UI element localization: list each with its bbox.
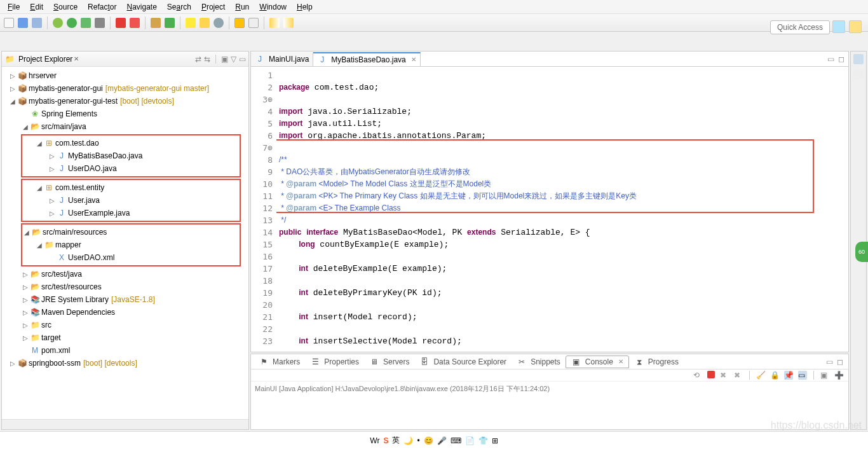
view-menu-icon[interactable]: ▽ <box>231 55 236 64</box>
search-icon[interactable] <box>214 18 224 28</box>
menu-source[interactable]: Source <box>48 1 83 13</box>
menu-help[interactable]: Help <box>292 1 318 13</box>
grid-icon[interactable]: ⊞ <box>492 436 498 445</box>
new-console-icon[interactable]: ➕ <box>834 371 843 380</box>
menu-edit[interactable]: Edit <box>25 1 48 13</box>
remove-all-icon[interactable]: ✖ <box>720 371 729 380</box>
tree-item-userexample[interactable]: UserExample.java <box>68 209 130 218</box>
tree-item-userdao[interactable]: UserDAO.java <box>68 164 117 173</box>
close-icon[interactable]: ✕ <box>618 358 623 365</box>
keyboard-icon[interactable]: ⌨ <box>451 436 461 445</box>
minimize-icon[interactable]: ▭ <box>826 357 833 366</box>
outline-icon[interactable] <box>853 54 864 64</box>
menu-file[interactable]: FFileile <box>3 1 25 13</box>
relaunch-icon[interactable] <box>130 18 140 28</box>
tab-dse[interactable]: 🗄Data Source Explorer <box>414 356 512 368</box>
perspective-java-icon[interactable] <box>832 20 845 33</box>
tasks-icon[interactable] <box>853 69 864 79</box>
menu-run[interactable]: Run <box>230 1 254 13</box>
tab-markers[interactable]: ⚑Markers <box>254 356 305 368</box>
tab-snippets[interactable]: ✂Snippets <box>512 356 566 368</box>
code-area[interactable]: package com.test.dao; import java.io.Ser… <box>276 67 848 352</box>
project-tree[interactable]: ▷📦hrserver ▷📦mybatis-generator-gui[mybat… <box>2 67 248 419</box>
tree-item-srctestres[interactable]: src/test/resources <box>41 282 102 291</box>
tree-item-hrserver[interactable]: hrserver <box>29 71 57 80</box>
doc-icon[interactable]: 📄 <box>465 436 475 445</box>
maximize-icon[interactable]: ◻ <box>838 55 844 64</box>
tree-item-srcmainres[interactable]: src/main/resources <box>43 228 107 237</box>
collapse-all-icon[interactable]: ⇄ <box>195 55 201 64</box>
tree-item-mapper[interactable]: mapper <box>55 240 81 249</box>
mic-icon[interactable]: 🎤 <box>437 436 447 445</box>
tree-item-entity[interactable]: com.test.entity <box>55 183 104 192</box>
minimize-icon[interactable]: ▭ <box>827 55 834 64</box>
tab-console[interactable]: ▣Console✕ <box>566 356 629 368</box>
tree-item-spring[interactable]: Spring Elements <box>41 109 97 118</box>
dot-icon[interactable]: • <box>417 436 419 445</box>
tab-servers[interactable]: 🖥Servers <box>364 356 414 368</box>
tab-properties[interactable]: ☰Properties <box>305 356 364 368</box>
close-icon[interactable]: ✕ <box>74 55 79 62</box>
menu-project[interactable]: Project <box>196 1 230 13</box>
terminate-icon[interactable] <box>707 371 715 378</box>
save-icon[interactable] <box>18 18 28 28</box>
nav-fwd-icon[interactable] <box>283 18 294 28</box>
menu-refactor[interactable]: Refactor <box>83 1 121 13</box>
pin-icon[interactable]: 📌 <box>784 371 793 380</box>
tree-item-srctestjava[interactable]: src/test/java <box>41 270 82 279</box>
open-console-icon[interactable]: ▣ <box>820 371 829 380</box>
link-editor-icon[interactable]: ⇆ <box>204 55 210 64</box>
moon-icon[interactable]: 🌙 <box>403 436 413 445</box>
tree-item-pom[interactable]: pom.xml <box>41 346 70 355</box>
ime-lang[interactable]: 英 <box>392 435 400 446</box>
run-last-icon[interactable] <box>81 18 91 28</box>
tab-basedao[interactable]: J MyBatisBaseDao.java ✕ <box>313 52 420 66</box>
tree-item-userdaoxml[interactable]: UserDAO.xml <box>68 253 114 262</box>
sogou-icon[interactable]: S <box>383 436 388 445</box>
open-type-icon[interactable] <box>186 18 196 28</box>
perspective-open-icon[interactable] <box>849 20 862 33</box>
terminate-relaunch-icon[interactable]: ⟲ <box>693 371 702 380</box>
sogou-badge[interactable]: 60 <box>855 242 868 262</box>
tree-item-basedao[interactable]: MyBatisBaseDao.java <box>68 151 142 160</box>
tree-item-user[interactable]: User.java <box>68 196 100 205</box>
tree-item-maven[interactable]: Maven Dependencies <box>41 308 115 317</box>
tree-item-ssm[interactable]: springboot-ssm <box>29 359 81 368</box>
tree-item-jre[interactable]: JRE System Library <box>41 295 109 304</box>
shirt-icon[interactable]: 👕 <box>478 436 488 445</box>
toggle-block-icon[interactable] <box>248 18 259 28</box>
new-package-icon[interactable] <box>151 18 161 28</box>
nav-back-icon[interactable] <box>269 18 280 28</box>
run-icon[interactable] <box>67 18 77 28</box>
coverage-icon[interactable] <box>95 18 105 28</box>
tree-item-srcmainjava[interactable]: src/main/java <box>41 122 86 131</box>
menu-window[interactable]: Window <box>254 1 292 13</box>
new-icon[interactable] <box>4 18 14 28</box>
clear-icon[interactable]: 🧹 <box>756 371 765 380</box>
tree-item-mgg[interactable]: mybatis-generator-gui <box>29 84 103 93</box>
tab-progress[interactable]: ⧗Progress <box>629 356 684 368</box>
tab-mainui[interactable]: J MainUI.java <box>251 52 313 66</box>
quick-access-field[interactable]: Quick Access <box>770 20 830 34</box>
stop-icon[interactable] <box>116 18 126 28</box>
maximize-icon[interactable]: ◻ <box>837 357 843 366</box>
menu-search[interactable]: Search <box>162 1 196 13</box>
close-icon[interactable]: ✕ <box>411 56 416 63</box>
save-all-icon[interactable] <box>32 18 42 28</box>
tree-item-src[interactable]: src <box>41 321 51 329</box>
open-task-icon[interactable] <box>200 18 210 28</box>
focus-icon[interactable]: ▣ <box>221 55 228 64</box>
display-icon[interactable]: ▭ <box>798 371 807 380</box>
scroll-lock-icon[interactable]: 🔒 <box>770 371 779 380</box>
smile-icon[interactable]: 😊 <box>424 436 433 445</box>
scrollbar-h[interactable] <box>2 419 248 429</box>
toggle-mark-icon[interactable] <box>234 18 245 28</box>
minimize-icon[interactable]: ▭ <box>239 55 246 64</box>
tree-item-target[interactable]: target <box>41 333 61 342</box>
debug-icon[interactable] <box>53 18 63 28</box>
new-class-icon[interactable] <box>165 18 175 28</box>
tree-item-mggt[interactable]: mybatis-generator-gui-test <box>29 97 118 106</box>
tree-item-dao[interactable]: com.test.dao <box>55 139 99 148</box>
console-output[interactable]: MainUI [Java Application] H:\JavaDevolop… <box>251 382 848 429</box>
menu-navigate[interactable]: Navigate <box>121 1 161 13</box>
